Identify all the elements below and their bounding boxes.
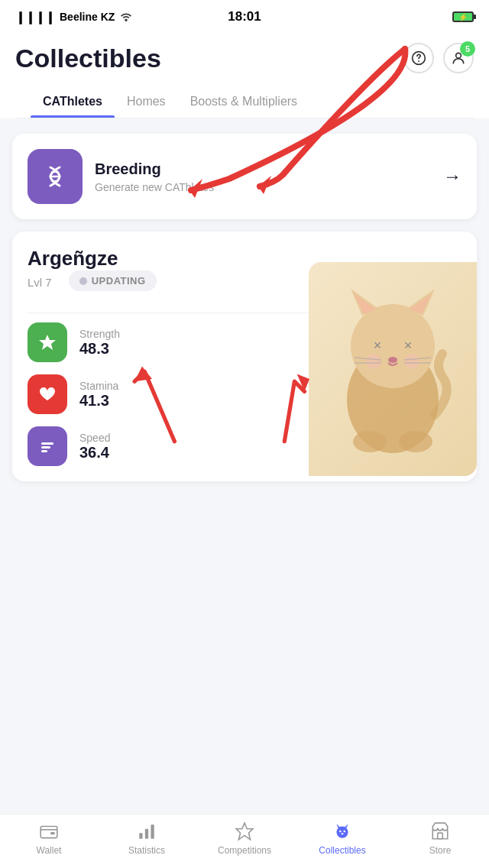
svg-point-25 (399, 431, 432, 452)
svg-rect-31 (50, 832, 54, 834)
strength-info: Strength 48.3 (79, 328, 120, 358)
svg-point-24 (353, 431, 387, 452)
svg-marker-37 (336, 824, 339, 828)
svg-point-36 (336, 827, 348, 838)
header-top: Collectibles 5 (15, 43, 474, 73)
stamina-value: 41.3 (79, 392, 118, 410)
status-time: 18:01 (228, 9, 261, 24)
question-icon (411, 50, 426, 66)
nav-statistics-label: Statistics (128, 845, 165, 856)
stat-row-strength: Strength 48.3 (28, 322, 309, 362)
svg-rect-34 (151, 824, 154, 838)
svg-point-18 (366, 354, 381, 369)
updating-text: UPDATING (92, 275, 146, 287)
breeding-symbol (40, 161, 70, 192)
svg-rect-30 (40, 827, 57, 838)
svg-text:×: × (404, 338, 413, 353)
header: Collectibles 5 CAThletes Homes Boosts & … (0, 34, 489, 118)
store-icon (429, 821, 451, 842)
tabs: CAThletes Homes Boosts & Multipliers (15, 86, 474, 118)
nav-collectibles[interactable]: Collectibles (304, 821, 381, 856)
speed-icon (28, 426, 67, 466)
stat-row-speed: Speed 36.4 (28, 426, 309, 466)
svg-rect-42 (438, 833, 443, 839)
main-content: Breeding Generate new CAThletes → Argeñg… (0, 118, 489, 578)
svg-point-1 (456, 53, 461, 58)
tab-cathletes[interactable]: CAThletes (31, 86, 115, 118)
svg-marker-5 (39, 335, 56, 350)
breeding-card[interactable]: Breeding Generate new CAThletes → (12, 134, 477, 219)
speed-value: 36.4 (79, 444, 110, 462)
stat-row-stamina: Stamina 41.3 (28, 374, 309, 414)
svg-point-10 (351, 304, 435, 388)
cat-name: Argeñgze (28, 247, 157, 270)
nav-store[interactable]: Store (402, 821, 478, 856)
nav-competitions-label: Competitions (218, 845, 271, 856)
svg-rect-6 (41, 442, 53, 445)
battery-area: ⚡ (452, 11, 474, 22)
collectibles-icon (332, 821, 353, 842)
updating-badge: UPDATING (69, 270, 157, 291)
wallet-icon (38, 821, 60, 842)
statistics-icon (136, 821, 157, 842)
strength-label: Strength (79, 328, 120, 340)
nav-store-label: Store (429, 845, 452, 856)
nav-statistics[interactable]: Statistics (108, 821, 185, 856)
cat-level: Lvl 7 (28, 276, 52, 289)
svg-point-40 (343, 831, 345, 833)
stamina-icon (28, 374, 67, 414)
svg-point-17 (388, 357, 397, 363)
cat-card: Argeñgze Lvl 7 UPDATING (12, 232, 477, 481)
cat-meta: Lvl 7 UPDATING (28, 270, 157, 291)
stamina-label: Stamina (79, 380, 118, 392)
competitions-icon (234, 821, 255, 842)
wifi-icon (119, 11, 133, 24)
header-icons: 5 (403, 43, 474, 73)
nav-collectibles-label: Collectibles (319, 845, 365, 856)
svg-rect-8 (41, 450, 47, 452)
cat-image: × × (309, 262, 477, 476)
carrier-name: Beeline KZ (60, 11, 115, 23)
help-button[interactable] (403, 43, 434, 73)
breeding-info: Breeding Generate new CAThletes (95, 160, 431, 193)
nav-wallet[interactable]: Wallet (11, 821, 87, 856)
svg-rect-32 (139, 833, 142, 839)
svg-text:×: × (374, 338, 382, 353)
nav-competitions[interactable]: Competitions (206, 821, 283, 856)
svg-rect-7 (41, 446, 50, 449)
breeding-subtitle: Generate new CAThletes (95, 181, 431, 193)
svg-point-19 (404, 354, 419, 369)
notification-badge: 5 (460, 41, 475, 57)
carrier-signal: ❙❙❙❙ Beeline KZ (15, 10, 133, 24)
cat-illustration: × × (324, 277, 461, 461)
page-title: Collectibles (15, 44, 161, 73)
strength-value: 48.3 (79, 340, 120, 358)
tab-boosts[interactable]: Boosts & Multipliers (178, 86, 310, 118)
profile-button[interactable]: 5 (443, 43, 474, 73)
speed-label: Speed (79, 432, 110, 444)
svg-marker-38 (345, 824, 348, 828)
svg-rect-33 (145, 829, 148, 839)
speed-info: Speed 36.4 (79, 432, 110, 462)
battery-icon: ⚡ (452, 11, 474, 22)
nav-wallet-label: Wallet (37, 845, 62, 856)
strength-icon (28, 322, 67, 362)
svg-point-41 (341, 833, 343, 834)
tab-homes[interactable]: Homes (115, 86, 178, 118)
status-bar: ❙❙❙❙ Beeline KZ 18:01 ⚡ (0, 0, 489, 34)
battery-bolt: ⚡ (458, 13, 468, 21)
svg-marker-35 (236, 823, 253, 840)
breeding-icon (28, 149, 83, 204)
signal-icon: ❙❙❙❙ (15, 10, 55, 24)
updating-dot (79, 277, 87, 285)
breeding-title: Breeding (95, 160, 431, 178)
bottom-nav: Wallet Statistics Competitions (0, 814, 489, 868)
svg-point-39 (339, 831, 342, 833)
stamina-info: Stamina 41.3 (79, 380, 118, 410)
breeding-arrow: → (443, 166, 461, 187)
